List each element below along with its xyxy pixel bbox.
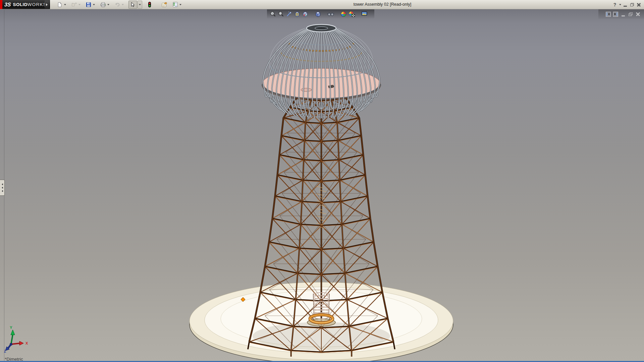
apply-scene-icon [348,11,355,17]
chevron-right-icon [46,3,48,6]
rebuild-traffic-light-icon [148,2,152,8]
doc-close-button[interactable] [634,10,641,18]
select-cursor-icon [130,2,135,7]
view-orientation-button[interactable] [301,10,309,18]
window-title: tower Assembly 02 [Read-only] [354,2,411,7]
options-button[interactable] [172,1,178,9]
restore-icon [629,12,633,16]
previous-pane-button[interactable] [605,10,612,18]
print-icon [100,2,106,7]
save-button[interactable] [85,1,92,9]
minimize-button[interactable] [622,1,629,9]
app-window-controls: ? [611,0,642,9]
minimize-icon [622,15,625,16]
chevron-left-icon [2,183,3,185]
orientation-triad: Y X Z [4,325,28,353]
close-icon [636,12,640,16]
display-style-button[interactable] [314,10,322,18]
undo-dropdown[interactable] [121,1,124,9]
rebuild-button[interactable] [146,1,153,9]
undo-icon [114,2,120,7]
save-dropdown[interactable] [92,1,96,9]
solidworks-logo: 3S SOLIDWORKS [2,0,50,9]
section-view-icon [294,11,301,17]
open-icon [71,2,77,7]
titlebar: 3S SOLIDWORKS [0,0,644,9]
chevron-left-icon [2,187,3,189]
view-settings-button[interactable] [360,10,368,18]
zoom-to-fit-icon [270,11,276,17]
previous-view-button[interactable] [285,10,293,18]
restore-icon [630,3,634,6]
open-dropdown[interactable] [77,1,81,9]
doc-minimize-button[interactable] [620,10,627,18]
view-orientation-icon [302,11,309,17]
solidworks-window: 3S SOLIDWORKS [0,0,644,362]
triad-x-label: X [25,341,28,345]
select-tool-button[interactable] [128,1,137,9]
hide-show-items-button[interactable] [327,10,335,18]
print-dropdown[interactable] [106,1,110,9]
document-window-controls [598,9,644,19]
close-icon [637,3,641,6]
minimize-icon [624,6,627,7]
restore-button[interactable] [629,1,635,9]
options-dropdown[interactable] [178,1,182,9]
zoom-to-area-icon [278,11,284,17]
feature-tree-flyout-tab[interactable] [0,180,5,196]
previous-view-icon [286,11,292,17]
graphics-area[interactable]: Y X Z [0,9,644,362]
checkered-flag [352,14,355,17]
help-button[interactable]: ? [611,1,618,9]
hide-show-items-icon [327,11,334,17]
triad-y-label: Y [10,325,12,329]
new-dropdown[interactable] [63,1,67,9]
save-icon [86,2,91,7]
previous-pane-icon [606,12,611,17]
apply-scene-button[interactable] [347,10,356,18]
doc-restore-button[interactable] [627,10,634,18]
options-icon [172,2,178,7]
edit-appearance-icon [340,11,347,17]
zoom-to-fit-button[interactable] [269,10,277,18]
brand-accent-bar [0,0,2,9]
headsup-view-toolbar [267,9,374,19]
ds-logo-mark: 3S [4,2,11,8]
quick-access-toolbar [56,0,182,9]
select-dropdown[interactable] [138,1,142,9]
section-view-button[interactable] [293,10,301,18]
new-document-button[interactable] [56,1,63,9]
menu-flyout-button[interactable] [45,0,49,9]
help-dropdown[interactable] [618,1,622,9]
print-button[interactable] [100,1,106,9]
zoom-to-area-button[interactable] [277,10,285,18]
close-button[interactable] [635,1,642,9]
file-properties-button[interactable] [161,1,168,9]
help-icon: ? [613,2,616,7]
view-settings-icon [361,11,368,17]
edit-appearance-button[interactable] [339,10,347,18]
next-pane-icon [613,12,618,17]
open-button[interactable] [71,1,77,9]
display-style-icon [315,11,321,17]
brand-name-light: WORKS [28,2,47,7]
tower-assembly-model[interactable]: Y X Z [0,9,644,362]
brand-name-bold: SOLID [13,2,28,7]
undo-button[interactable] [114,1,121,9]
new-document-icon [57,2,62,7]
next-pane-button[interactable] [612,10,619,18]
file-properties-icon [161,2,167,7]
chevron-left-icon [2,190,3,192]
